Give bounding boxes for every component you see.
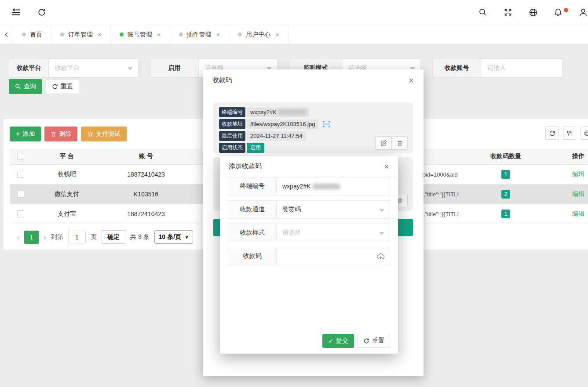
qrcode-modal-title: 收款码 bbox=[212, 76, 232, 84]
total-label: 共 3 条 bbox=[130, 233, 150, 241]
channel-field-value: 赞赏码 bbox=[282, 206, 301, 213]
terminal-field-label: 终端编号 bbox=[228, 177, 277, 195]
goto-label: 到第 bbox=[51, 233, 63, 241]
tab-accounts[interactable]: 账号管理 × bbox=[111, 25, 170, 44]
refresh-icon[interactable] bbox=[37, 7, 47, 17]
terminal-label: 终端编号 bbox=[219, 107, 245, 117]
table-refresh-icon[interactable] bbox=[545, 127, 559, 140]
row-checkbox[interactable] bbox=[17, 191, 24, 198]
plus-icon: + bbox=[16, 130, 20, 138]
add-modal-title: 添加收款码 bbox=[229, 162, 262, 170]
submit-label: 提交 bbox=[336, 337, 348, 345]
table-export-icon[interactable] bbox=[581, 127, 588, 140]
chevron-down-icon: ∨ bbox=[185, 234, 189, 240]
cell-platform: 支付宝 bbox=[32, 210, 102, 218]
topbar bbox=[0, 0, 588, 25]
tab-label: 插件管理 bbox=[187, 31, 212, 39]
cell-platform: 微信支付 bbox=[32, 190, 102, 198]
next-page-icon[interactable]: › bbox=[44, 233, 46, 241]
address-label: 收款地址 bbox=[219, 119, 245, 129]
close-icon[interactable]: × bbox=[409, 76, 414, 85]
tab-home[interactable]: 首页 bbox=[13, 25, 51, 44]
close-icon[interactable]: × bbox=[384, 162, 389, 171]
bell-icon[interactable] bbox=[553, 7, 563, 17]
search-icon[interactable] bbox=[478, 7, 488, 17]
tab-dot bbox=[120, 33, 124, 36]
topbar-right bbox=[478, 7, 588, 17]
header-account: 账 号 bbox=[102, 152, 190, 160]
style-field-row: 收款样式 请选择 bbox=[228, 224, 390, 242]
header-actions: 操作 bbox=[541, 152, 588, 160]
channel-field-select[interactable]: 赞赏码 bbox=[277, 201, 390, 218]
edit-link[interactable]: 编辑 bbox=[572, 210, 584, 217]
style-field-placeholder: 请选择 bbox=[282, 229, 301, 237]
query-label: 查询 bbox=[24, 83, 36, 90]
terminal-field-input[interactable]: wxpay2#K bbox=[277, 177, 390, 195]
tab-close-icon[interactable]: × bbox=[216, 31, 220, 38]
refresh-icon bbox=[52, 83, 58, 90]
pay-test-button[interactable]: 支付测试 bbox=[81, 127, 127, 141]
page-number-input[interactable]: 1 bbox=[68, 231, 86, 243]
trash-icon bbox=[51, 131, 56, 137]
filter-platform-label: 收款平台 bbox=[9, 59, 49, 77]
qrcode-modal-header: 收款码 × bbox=[203, 69, 424, 91]
lastused-label: 最后使用 bbox=[219, 131, 245, 141]
tab-close-icon[interactable]: × bbox=[275, 31, 279, 38]
style-field-label: 收款样式 bbox=[228, 224, 277, 242]
delete-button[interactable]: 删除 bbox=[44, 127, 77, 141]
code-field-input[interactable] bbox=[277, 247, 390, 265]
tab-label: 账号管理 bbox=[128, 31, 152, 39]
confirm-page-button[interactable]: 确定 bbox=[102, 230, 125, 244]
topbar-left bbox=[11, 7, 47, 17]
tab-orders[interactable]: 订单管理 × bbox=[51, 25, 111, 44]
redacted-blur bbox=[313, 184, 340, 189]
page-unit-label: 页 bbox=[91, 233, 97, 241]
reset-button[interactable]: 重置 bbox=[46, 79, 79, 94]
table-columns-icon[interactable] bbox=[563, 127, 576, 140]
header-platform: 平 台 bbox=[32, 152, 102, 160]
add-modal-footer: ✓ 提交 重置 bbox=[220, 334, 398, 354]
query-button[interactable]: 查询 bbox=[9, 79, 42, 94]
delete-qrcode-button[interactable] bbox=[391, 136, 408, 150]
terminal-value: wxpay2#K bbox=[247, 108, 309, 117]
terminal-field-row: 终端编号 wxpay2#K bbox=[228, 177, 390, 195]
add-button[interactable]: + 添加 bbox=[10, 127, 41, 141]
code-field-row: 收款码 bbox=[228, 247, 390, 265]
upload-cloud-icon[interactable] bbox=[376, 253, 385, 260]
prev-page-icon[interactable]: ‹ bbox=[17, 233, 19, 241]
submit-button[interactable]: ✓ 提交 bbox=[322, 334, 354, 348]
edit-qrcode-button[interactable] bbox=[375, 136, 391, 150]
tabs-scroll-left-icon[interactable] bbox=[0, 25, 13, 44]
check-icon: ✓ bbox=[328, 337, 333, 344]
current-page-button[interactable]: 1 bbox=[24, 231, 39, 244]
edit-link[interactable]: 编辑 bbox=[572, 190, 584, 197]
terminal-value-text: wxpay2#K bbox=[250, 109, 277, 116]
fullscreen-icon[interactable] bbox=[503, 7, 513, 17]
tab-plugins[interactable]: 插件管理 × bbox=[170, 25, 230, 44]
filter-platform-select[interactable]: 收款平台 bbox=[49, 59, 138, 77]
row-checkbox[interactable] bbox=[17, 210, 24, 217]
qrcount-badge: 1 bbox=[501, 170, 510, 179]
user-icon[interactable] bbox=[578, 7, 588, 17]
tab-close-icon[interactable]: × bbox=[98, 31, 102, 38]
select-all-checkbox[interactable] bbox=[17, 153, 24, 160]
page-size-select[interactable]: 10 条/页 ∨ bbox=[154, 230, 193, 244]
tab-usercenter[interactable]: 用户中心 × bbox=[229, 25, 289, 44]
tab-close-icon[interactable]: × bbox=[157, 31, 161, 38]
add-modal-header: 添加收款码 × bbox=[220, 156, 398, 177]
tabbar: 首页 订单管理 × 账号管理 × 插件管理 × 用户中心 × bbox=[0, 25, 588, 44]
scan-preview-icon[interactable] bbox=[323, 121, 330, 127]
channel-field-label: 收款通道 bbox=[228, 201, 277, 218]
chevron-down-icon bbox=[379, 232, 384, 235]
modal-reset-button[interactable]: 重置 bbox=[358, 334, 390, 348]
row-checkbox[interactable] bbox=[17, 171, 24, 178]
cell-platform: 收钱吧 bbox=[32, 170, 102, 178]
filter-account-input[interactable]: 请输入 bbox=[481, 59, 562, 77]
edit-link[interactable]: 编辑 bbox=[572, 170, 584, 177]
status-badge: 启用 bbox=[247, 143, 264, 153]
collapse-menu-icon[interactable] bbox=[11, 7, 21, 17]
lastused-value: 2024-11-27 11:47:54 bbox=[247, 131, 306, 141]
globe-icon[interactable] bbox=[528, 7, 538, 17]
filter-account-placeholder: 请输入 bbox=[487, 64, 506, 72]
style-field-select[interactable]: 请选择 bbox=[277, 224, 390, 242]
